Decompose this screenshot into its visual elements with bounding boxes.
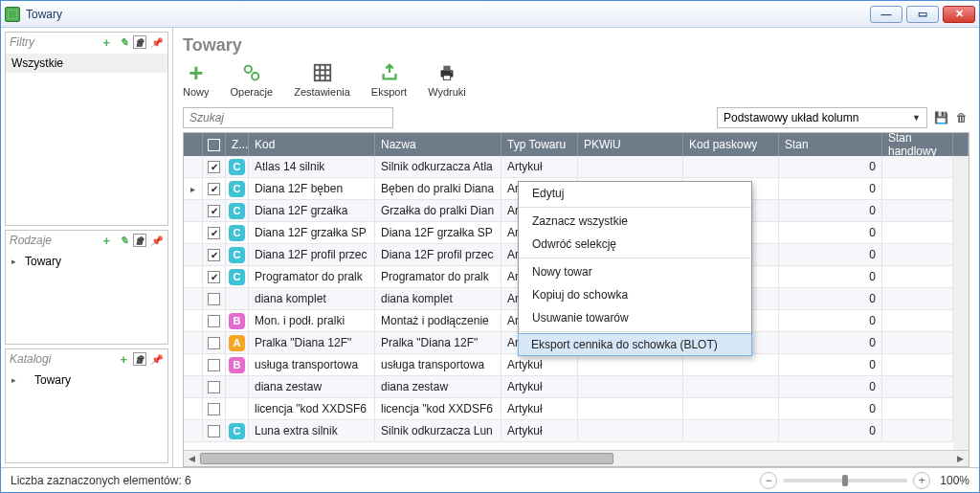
ctx-edytuj[interactable]: Edytuj — [519, 182, 751, 205]
scroll-thumb[interactable] — [200, 453, 613, 464]
layout-select[interactable]: Podstawowy układ kolumn ▼ — [717, 107, 927, 128]
cell-kodp — [683, 354, 779, 375]
minimize-button[interactable]: — — [870, 6, 902, 23]
row-checkbox[interactable]: ✔ — [203, 222, 226, 243]
rodzaje-item-towary[interactable]: ▸ Towary — [6, 252, 167, 271]
sidebar: Filtry + ✎ 🗑 📌 Wszystkie Rodzaje + ✎ — [1, 28, 173, 467]
vertical-scrollbar[interactable] — [953, 156, 969, 450]
col-kod[interactable]: Kod — [249, 133, 375, 156]
search-input[interactable] — [183, 107, 393, 128]
filtry-delete-icon[interactable]: 🗑 — [133, 35, 146, 49]
toolbar-operacje[interactable]: Operacje — [231, 61, 274, 98]
row-checkbox[interactable]: ✔ — [203, 178, 226, 199]
filtry-edit-icon[interactable]: ✎ — [116, 34, 131, 50]
cell-stan: 0 — [779, 178, 882, 199]
zoom-percent: 100% — [940, 474, 969, 487]
ctx-usuwanie-towarow[interactable]: Usuwanie towarów — [519, 306, 751, 329]
rodzaje-delete-icon[interactable]: 🗑 — [133, 234, 146, 247]
row-checkbox[interactable] — [203, 376, 226, 397]
rodzaje-edit-icon[interactable]: ✎ — [116, 233, 131, 248]
ctx-zaznacz-wszystkie[interactable]: Zaznacz wszystkie — [519, 210, 751, 233]
cell-stanh — [882, 354, 953, 375]
row-marker — [184, 332, 203, 353]
col-marker[interactable] — [184, 133, 203, 156]
katalogi-add-icon[interactable]: + — [116, 351, 131, 367]
delete-layout-icon[interactable]: 🗑 — [954, 110, 969, 125]
zoom-in-button[interactable]: + — [913, 472, 930, 489]
toolbar-eksport[interactable]: Eksport — [371, 61, 407, 98]
filtry-pin-icon[interactable]: 📌 — [148, 34, 164, 50]
close-button[interactable]: ✕ — [943, 6, 975, 23]
row-checkbox[interactable]: ✔ — [203, 200, 226, 221]
cell-stanh — [882, 244, 953, 265]
context-menu: Edytuj Zaznacz wszystkie Odwróć selekcję… — [518, 181, 752, 356]
col-kodp[interactable]: Kod paskowy — [683, 133, 779, 156]
rodzaje-add-icon[interactable]: + — [99, 233, 114, 248]
category-badge: C — [229, 181, 245, 197]
cell-nazwa: Programator do pralk — [375, 266, 501, 287]
category-badge: A — [229, 335, 245, 351]
row-checkbox[interactable] — [203, 420, 226, 441]
row-marker — [184, 222, 203, 243]
print-icon — [435, 61, 458, 84]
ctx-nowy-towar[interactable]: Nowy towar — [519, 260, 751, 283]
toolbar-nowy[interactable]: + Nowy — [183, 61, 210, 98]
row-checkbox[interactable] — [203, 332, 226, 353]
scroll-right-icon[interactable]: ▶ — [952, 451, 969, 467]
row-marker — [184, 266, 203, 287]
save-layout-icon[interactable]: 💾 — [933, 110, 948, 125]
col-stanh[interactable]: Stan handlowy — [882, 133, 953, 156]
rodzaje-pin-icon[interactable]: 📌 — [148, 233, 164, 248]
row-checkbox[interactable]: ✔ — [203, 244, 226, 265]
table-row[interactable]: licencja "kod XXDSF6licencja "kod XXDSF6… — [184, 398, 969, 420]
ctx-kopiuj-do-schowka[interactable]: Kopiuj do schowka — [519, 283, 751, 306]
scroll-left-icon[interactable]: ◀ — [184, 451, 200, 467]
col-pkwiu[interactable]: PKWiU — [578, 133, 683, 156]
svg-point-1 — [252, 73, 258, 79]
row-checkbox[interactable]: ✔ — [203, 156, 226, 177]
zoom-slider[interactable] — [783, 479, 907, 482]
col-checkbox[interactable] — [203, 133, 226, 156]
col-nazwa[interactable]: Nazwa — [375, 133, 501, 156]
cell-nazwa: diana zestaw — [375, 376, 501, 397]
katalogi-pin-icon[interactable]: 📌 — [148, 351, 164, 367]
ctx-eksport-cennika[interactable]: Eksport cennika do schowka (BLOT) — [518, 333, 752, 356]
table-row[interactable]: CLuna extra silnikSilnik odkurzacza LunA… — [184, 420, 969, 442]
row-checkbox[interactable] — [203, 354, 226, 375]
cell-nazwa: licencja "kod XXDSF6 — [375, 398, 501, 419]
row-category — [226, 288, 249, 309]
col-stan[interactable]: Stan — [779, 133, 882, 156]
category-badge: C — [229, 247, 245, 263]
katalogi-delete-icon[interactable]: 🗑 — [133, 352, 146, 366]
cell-pkwiu — [578, 376, 683, 397]
toolbar-wydruki[interactable]: Wydruki — [428, 61, 466, 98]
cell-stanh — [882, 332, 953, 353]
col-typ[interactable]: Typ Towaru — [501, 133, 578, 156]
col-z[interactable]: Z... — [226, 133, 249, 156]
ctx-odwroc-selekcje[interactable]: Odwróć selekcję — [519, 233, 751, 256]
cell-kod: Diana 12F grzałka SP — [249, 222, 375, 243]
row-marker — [184, 354, 203, 375]
table-row[interactable]: diana zestawdiana zestawArtykuł0 — [184, 376, 969, 398]
filtry-item-wszystkie[interactable]: Wszystkie — [6, 54, 167, 73]
horizontal-scrollbar[interactable]: ◀ ▶ — [184, 450, 969, 466]
row-checkbox[interactable] — [203, 398, 226, 419]
row-checkbox[interactable] — [203, 310, 226, 331]
zoom-out-button[interactable]: − — [760, 472, 777, 489]
cell-stan: 0 — [779, 288, 882, 309]
cell-stan: 0 — [779, 376, 882, 397]
katalogi-item-towary[interactable]: ▸ Towary — [6, 370, 167, 390]
row-checkbox[interactable] — [203, 288, 226, 309]
row-category: C — [226, 222, 249, 243]
cell-stanh — [882, 156, 953, 177]
row-marker — [184, 200, 203, 221]
grid-icon — [311, 61, 334, 84]
svg-rect-9 — [443, 76, 450, 80]
table-row[interactable]: ✔CAtlas 14 silnikSilnik odkurzacza AtlaA… — [184, 156, 969, 178]
row-checkbox[interactable]: ✔ — [203, 266, 226, 287]
maximize-button[interactable]: ▭ — [906, 6, 939, 23]
table-row[interactable]: Busługa transportowausługa transportowaA… — [184, 354, 969, 376]
toolbar-zestawienia[interactable]: Zestawienia — [294, 61, 350, 98]
cell-pkwiu — [578, 420, 683, 441]
filtry-add-icon[interactable]: + — [99, 34, 114, 50]
